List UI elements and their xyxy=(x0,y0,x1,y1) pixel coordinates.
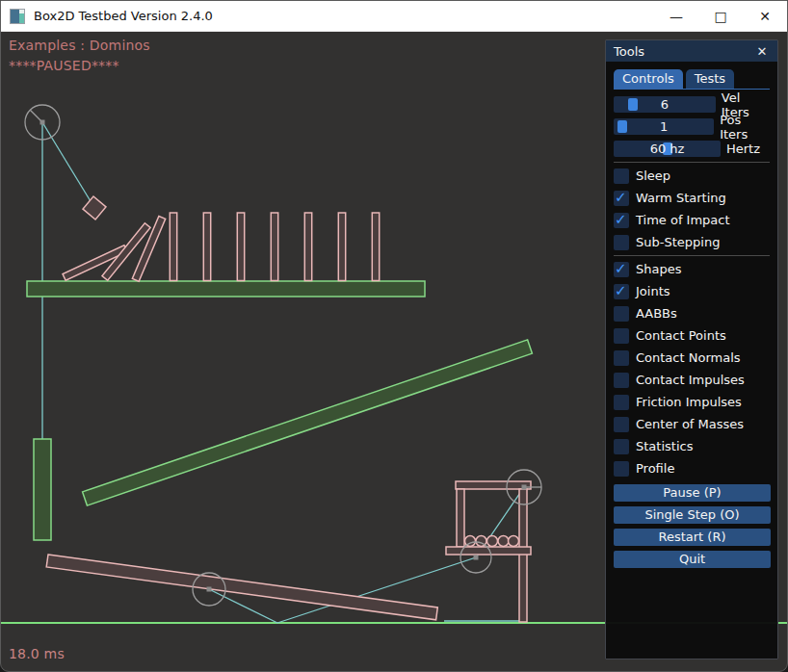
check-row-sleep: Sleep xyxy=(614,165,770,187)
domino[interactable] xyxy=(304,213,311,281)
checkbox-warm-starting[interactable]: ✓ xyxy=(614,191,629,206)
checkbox-center-of-masses[interactable] xyxy=(614,417,629,432)
slider-label: Hertz xyxy=(726,142,760,156)
slider-label: Pos Iters xyxy=(720,113,770,142)
checkbox-label: Shapes xyxy=(636,262,681,276)
domino[interactable] xyxy=(338,213,345,281)
checkbox-joints[interactable]: ✓ xyxy=(614,284,629,299)
checkbox-friction-impulses[interactable] xyxy=(614,395,629,410)
close-icon[interactable]: ✕ xyxy=(754,44,770,59)
close-button[interactable]: ✕ xyxy=(743,1,787,31)
check-icon: ✓ xyxy=(615,211,627,228)
tabbar: ControlsTests xyxy=(614,67,770,90)
check-row-aabbs: AABBs xyxy=(614,302,770,324)
dynamic-bodies[interactable] xyxy=(46,196,531,622)
checkbox-label: Contact Impulses xyxy=(636,373,745,387)
slider-vel-iters[interactable]: 6 xyxy=(614,96,716,113)
paused-status: ****PAUSED**** xyxy=(9,58,119,73)
checkbox-contact-points[interactable] xyxy=(614,328,629,344)
panel-buttons: Pause (P)Single Step (O)Restart (R)Quit xyxy=(614,484,770,568)
checkbox-label: Statistics xyxy=(636,439,693,453)
check-row-joints: ✓Joints xyxy=(614,280,770,302)
domino[interactable] xyxy=(237,213,244,281)
checkbox-contact-impulses[interactable] xyxy=(614,373,629,388)
domino-shelf xyxy=(27,281,425,297)
checkbox-label: AABBs xyxy=(636,306,677,321)
slider-rows: 6Vel Iters1Pos Iters60 hzHertz xyxy=(614,93,770,160)
check-row-profile: Profile xyxy=(614,457,770,479)
pendulum-bob[interactable] xyxy=(83,196,106,220)
domino[interactable] xyxy=(372,213,379,281)
cradle-ball[interactable] xyxy=(509,536,519,547)
separator xyxy=(614,255,770,256)
button-single-step-o[interactable]: Single Step (O) xyxy=(614,506,771,524)
checkbox-label: Warm Starting xyxy=(636,191,726,205)
os-titlebar: Box2D Testbed Version 2.4.0 —□✕ xyxy=(1,1,787,32)
button-pause-p[interactable]: Pause (P) xyxy=(614,484,771,502)
slider-hertz[interactable]: 60 hz xyxy=(614,141,721,157)
app-icon xyxy=(10,9,25,24)
domino[interactable] xyxy=(170,213,176,281)
slider-value: 6 xyxy=(614,97,716,112)
tools-panel-titlebar[interactable]: Tools ✕ xyxy=(606,40,777,62)
slider-value: 60 hz xyxy=(614,142,721,156)
tools-panel: Tools ✕ ControlsTests 6Vel Iters1Pos Ite… xyxy=(605,39,778,659)
check-icon: ✓ xyxy=(615,189,627,206)
seesaw-plank[interactable] xyxy=(46,555,437,620)
frame-left-leg[interactable] xyxy=(457,489,464,547)
separator xyxy=(614,162,770,163)
check-row-time-of-impact: ✓Time of Impact xyxy=(614,209,770,231)
check-row-shapes: ✓Shapes xyxy=(614,258,770,280)
checkbox-sub-stepping[interactable] xyxy=(614,235,629,250)
checkbox-label: Contact Normals xyxy=(636,350,741,365)
checkbox-label: Time of Impact xyxy=(636,213,730,227)
checkbox-label: Profile xyxy=(636,461,674,476)
checkbox-label: Friction Impulses xyxy=(636,395,742,409)
check-row-friction-impulses: Friction Impulses xyxy=(614,391,770,413)
domino[interactable] xyxy=(203,213,210,281)
button-restart-r[interactable]: Restart (R) xyxy=(614,529,771,546)
body-origin-markers xyxy=(40,120,527,592)
counterweight-box[interactable] xyxy=(34,439,51,540)
pendulum-swing-joint xyxy=(42,122,93,206)
checkbox-profile[interactable] xyxy=(614,461,629,477)
cradle-ball[interactable] xyxy=(487,536,498,547)
check-row-contact-normals: Contact Normals xyxy=(614,347,770,369)
checkbox-label: Center of Masses xyxy=(636,417,744,431)
check-row-contact-impulses: Contact Impulses xyxy=(614,369,770,391)
example-title: Examples : Dominos xyxy=(9,38,150,53)
check-row-statistics: Statistics xyxy=(614,435,770,457)
checkbox-label: Contact Points xyxy=(636,328,726,343)
window-title: Box2D Testbed Version 2.4.0 xyxy=(34,9,213,23)
check-row-center-of-masses: Center of Masses xyxy=(614,413,770,435)
checkbox-label: Joints xyxy=(636,284,670,298)
frame-time: 18.0 ms xyxy=(9,646,65,661)
tab-controls[interactable]: Controls xyxy=(614,69,683,89)
minimize-button[interactable]: — xyxy=(654,1,698,31)
button-quit[interactable]: Quit xyxy=(614,551,771,568)
checkbox-label: Sleep xyxy=(636,168,670,183)
checkbox-sleep[interactable] xyxy=(614,168,629,184)
slider-row-pos-iters: 1Pos Iters xyxy=(614,116,770,138)
checkbox-shapes[interactable]: ✓ xyxy=(614,262,629,277)
tab-tests[interactable]: Tests xyxy=(686,69,734,89)
frame-right-leg[interactable] xyxy=(519,489,527,622)
checkbox-label: Sub-Stepping xyxy=(636,235,720,249)
checkbox-contact-normals[interactable] xyxy=(614,350,629,366)
maximize-button[interactable]: □ xyxy=(698,1,743,31)
frame-top-beam[interactable] xyxy=(456,481,531,489)
check-row-warm-starting: ✓Warm Starting xyxy=(614,187,770,209)
checkbox-time-of-impact[interactable]: ✓ xyxy=(614,213,629,228)
slider-pos-iters[interactable]: 1 xyxy=(614,118,714,135)
checkbox-rows: Sleep✓Warm Starting✓Time of ImpactSub-St… xyxy=(614,165,770,479)
slider-row-hertz: 60 hzHertz xyxy=(614,138,770,160)
app-window: Examples : Dominos ****PAUSED**** 18.0 m… xyxy=(0,0,788,672)
checkbox-statistics[interactable] xyxy=(614,439,629,454)
checkbox-aabbs[interactable] xyxy=(614,306,629,322)
tools-panel-title: Tools xyxy=(614,44,754,59)
slider-value: 1 xyxy=(614,119,714,134)
check-icon: ✓ xyxy=(615,282,627,299)
domino[interactable] xyxy=(271,213,277,281)
cradle-ball[interactable] xyxy=(498,536,509,547)
check-row-contact-points: Contact Points xyxy=(614,324,770,347)
